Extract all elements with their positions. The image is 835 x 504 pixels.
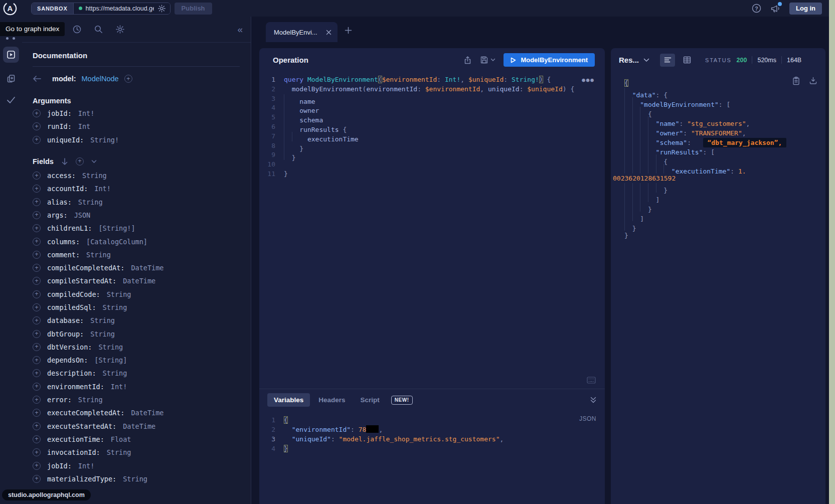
argument-row[interactable]: runId:Int [33,120,240,133]
endpoint-settings-gear-icon[interactable] [157,4,166,13]
code-line[interactable]: 7 executionTime [259,132,605,141]
add-all-fields-icon[interactable] [76,157,84,165]
field-row[interactable]: compiledSql:String [33,301,240,314]
save-chevron-icon[interactable] [490,58,495,62]
field-row[interactable]: args:JSON [33,209,240,222]
argument-row[interactable]: jobId:Int! [33,107,240,120]
response-dropdown[interactable]: Res... [619,56,639,64]
add-field-icon[interactable] [33,422,41,430]
field-row[interactable]: executionTime:Float [33,433,240,446]
add-field-icon[interactable] [33,290,41,298]
code-line[interactable]: 3 "uniqueId": "model.jaffle_shop_metrics… [259,434,605,444]
publish-button[interactable]: Publish [175,3,212,15]
add-field-icon[interactable] [33,383,41,391]
field-row[interactable]: database:String [33,314,240,327]
operation-code-editor[interactable]: ●●● 1query ModelByEnvironment($environme… [259,72,605,389]
tab-headers[interactable]: Headers [312,393,352,407]
field-row[interactable]: accountId:Int! [33,182,240,195]
field-row[interactable]: dbtGroup:String [33,327,240,340]
collapse-variables-icon[interactable] [590,397,597,403]
view-table-toggle[interactable] [680,54,695,67]
add-field-icon[interactable] [33,356,41,364]
line-actions-ellipsis-icon[interactable]: ●●● [582,77,595,83]
field-row[interactable]: description:String [33,367,240,380]
field-row[interactable]: materializedType:String [33,472,240,485]
copy-response-icon[interactable] [792,76,800,85]
add-field-icon[interactable] [33,122,41,130]
field-row[interactable]: columns:[CatalogColumn] [33,235,240,248]
add-field-icon[interactable] [33,251,41,259]
collapse-panel-icon[interactable]: « [237,25,243,34]
code-line[interactable]: 5 schema [259,113,605,122]
field-row[interactable]: compiledCode:String [33,288,240,301]
code-line[interactable]: 3 name [259,94,605,104]
endpoint-url-input[interactable]: https://metadata.cloud.get [74,3,170,14]
code-line[interactable]: ] [624,193,825,202]
tab-script[interactable]: Script [354,393,386,407]
code-line[interactable]: 2 "environmentId": 78, [259,425,605,434]
add-field-icon[interactable] [33,172,41,180]
code-line[interactable]: "modelByEnvironment": [ [624,97,825,107]
add-field-icon[interactable] [33,448,41,456]
code-line[interactable]: 6 runResults { [259,122,605,132]
add-field-icon[interactable] [33,462,41,470]
field-row[interactable]: access:String [33,169,240,182]
code-line[interactable]: } [624,183,825,193]
add-field-icon[interactable] [33,277,41,285]
add-field-icon[interactable] [33,409,41,417]
field-row[interactable]: executeCompletedAt:DateTime [33,406,240,419]
back-arrow-icon[interactable] [33,75,42,83]
add-field-icon[interactable] [33,475,41,483]
code-line[interactable]: 1{ [259,415,605,425]
checks-nav-item[interactable] [6,95,17,105]
response-chevron-icon[interactable] [643,58,649,62]
field-row[interactable]: compileCompletedAt:DateTime [33,261,240,274]
add-field-icon[interactable] [124,75,132,83]
field-row[interactable]: jobId:Int! [33,459,240,472]
code-line[interactable]: 9} [259,150,605,160]
add-field-icon[interactable] [33,396,41,404]
sort-descending-icon[interactable] [61,157,68,165]
code-line[interactable]: 10 [259,160,605,170]
explorer-nav-item[interactable] [3,47,19,63]
add-field-icon[interactable] [33,211,41,219]
add-field-icon[interactable] [33,369,41,377]
add-field-icon[interactable] [33,198,41,206]
search-icon[interactable] [94,25,103,34]
argument-row[interactable]: uniqueId:String! [33,133,240,146]
run-operation-button[interactable]: ModelByEnvironment [504,53,595,67]
code-line[interactable]: 11} [259,170,605,179]
code-line[interactable]: 4} [259,444,605,453]
login-button[interactable]: Log in [789,3,822,15]
field-row[interactable]: dbtVersion:String [33,341,240,354]
add-field-icon[interactable] [33,330,41,338]
add-field-icon[interactable] [33,435,41,443]
apollo-logo[interactable]: A [2,0,18,17]
code-line[interactable]: 4 owner [259,103,605,113]
field-row[interactable]: alias:String [33,195,240,208]
add-field-icon[interactable] [33,303,41,311]
field-row[interactable]: comment:String [33,248,240,261]
variables-editor[interactable]: JSON 1{2 "environmentId": 78,3 "uniqueId… [259,411,605,504]
history-icon[interactable] [72,25,82,34]
chevron-down-icon[interactable] [91,159,97,163]
code-line[interactable]: ] [624,212,825,221]
code-line[interactable]: } [624,231,825,240]
add-field-icon[interactable] [33,264,41,272]
field-row[interactable]: compileStartedAt:DateTime [33,274,240,287]
add-field-icon[interactable] [33,224,41,232]
field-row[interactable]: environmentId:Int! [33,380,240,393]
settings-gear-icon[interactable] [115,25,125,34]
save-icon[interactable] [480,56,488,64]
code-line[interactable]: { [624,154,825,164]
schema-nav-item[interactable] [6,74,16,84]
add-field-icon[interactable] [33,185,41,193]
code-line[interactable]: "executionTime": 1. [624,164,825,174]
field-row[interactable]: invocationId:String [33,446,240,459]
download-response-icon[interactable] [809,76,817,85]
code-line[interactable]: 2 modelByEnvironment(environmentId: $env… [259,85,605,94]
field-row[interactable]: childrenL1:[String!] [33,222,240,235]
announcements-megaphone-icon[interactable] [770,4,780,13]
code-line[interactable]: "data": { [624,88,825,97]
type-link[interactable]: ModelNode [82,75,119,83]
